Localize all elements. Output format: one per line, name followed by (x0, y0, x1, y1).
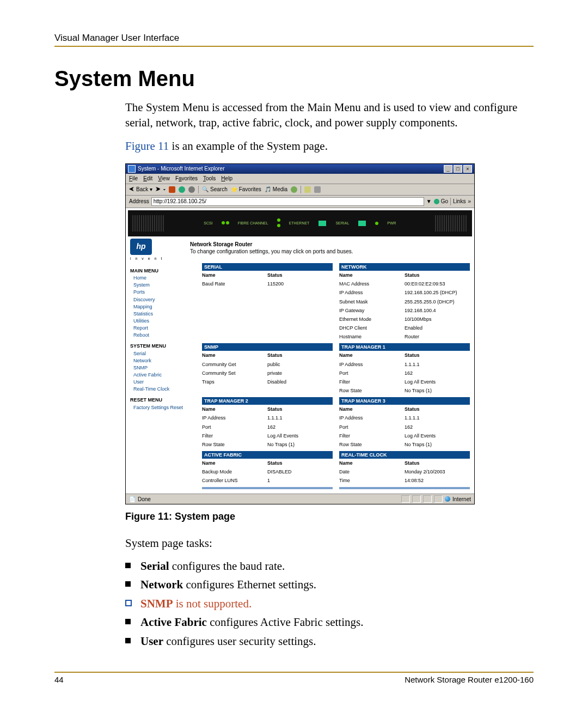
task-user: User configures user security settings. (125, 634, 534, 649)
intro-paragraph: The System Menu is accessed from the Mai… (125, 100, 534, 131)
kv-value: 1.1.1.1 (405, 361, 470, 368)
kv-value: Disabled (267, 379, 333, 385)
ethernet-port-icon[interactable] (318, 221, 326, 226)
ie-menubar: FFileile Edit View Favorites Tools Help (126, 174, 474, 184)
nav-link-report[interactable]: Report (133, 325, 195, 331)
menu-help[interactable]: Help (221, 175, 232, 182)
minimize-button[interactable]: _ (444, 165, 452, 173)
nav-main-items: HomeSystemPortsDiscoveryMappingStatistic… (130, 275, 195, 338)
task-serial: Serial configures the baud rate. (125, 558, 534, 574)
kv-value: 162 (405, 424, 470, 430)
kv-name: Filter (202, 433, 267, 439)
kv-value: No Traps (1) (405, 387, 470, 394)
chassis-scsi-label: SCSI (204, 221, 212, 226)
kv-value: 1.1.1.1 (267, 415, 333, 421)
menu-favorites[interactable]: Favorites (175, 175, 198, 182)
hp-logo: hp (130, 239, 152, 255)
kv-value: 115200 (267, 281, 333, 287)
panel-trap1: TRAP MANAGER 1NameStatusIP Address1.1.1.… (339, 343, 470, 395)
nav-link-serial[interactable]: Serial (133, 350, 195, 357)
stop-icon[interactable] (169, 186, 175, 193)
figure-link[interactable]: Figure 11 (125, 139, 169, 153)
status-zone: Internet (452, 496, 471, 503)
left-nav: MAIN MENU HomeSystemPortsDiscoveryMappin… (130, 263, 195, 490)
device-header: Network Storage Router (190, 241, 353, 248)
serial-port-icon[interactable] (358, 221, 366, 226)
menu-tools[interactable]: Tools (203, 175, 216, 182)
favorites-button[interactable]: ⭐ Favorites (231, 186, 261, 193)
address-input[interactable] (151, 197, 424, 206)
kv-name: Date (339, 468, 405, 475)
nav-link-snmp[interactable]: SNMP (133, 364, 195, 371)
search-button[interactable]: 🔍 Search (202, 186, 228, 193)
home-icon[interactable] (188, 186, 195, 193)
kv-name: IP Gateway (339, 307, 405, 314)
nav-link-reboot[interactable]: Reboot (133, 332, 195, 338)
kv-name: IP Address (339, 361, 405, 368)
window-title: System - Microsoft Internet Explorer (138, 165, 225, 173)
ie-content: SCSI FIBRE CHANNEL ETHERNET SERIAL PWR (126, 210, 474, 494)
kv-value: Log All Events (405, 433, 470, 439)
kv-name: Row State (339, 387, 405, 394)
kv-value: 10/100Mbps (405, 316, 470, 322)
menu-file[interactable]: FFileile (129, 175, 138, 182)
kv-name: Time (339, 477, 405, 484)
kv-name: MAC Address (339, 281, 405, 287)
page-title: System Menu (54, 66, 534, 91)
nav-system-heading: SYSTEM MENU (130, 343, 195, 349)
links-chevron[interactable]: » (468, 198, 471, 205)
menu-view[interactable]: View (158, 175, 170, 182)
kv-value: 255.255.255.0 (DHCP) (405, 299, 470, 305)
back-button[interactable]: ⮜ Back ▾ (129, 186, 152, 193)
links-label[interactable]: Links (453, 198, 465, 205)
nav-link-mapping[interactable]: Mapping (133, 303, 195, 310)
mail-icon[interactable] (304, 186, 311, 193)
figure-ref-sentence: Figure 11 is an example of the System pa… (125, 138, 534, 154)
nav-link-system[interactable]: System (133, 282, 195, 288)
kv-value: Log All Events (267, 433, 333, 439)
media-button[interactable]: 🎵 Media (265, 186, 287, 193)
address-dropdown[interactable]: ▼ (426, 198, 432, 205)
panel-title: TRAP MANAGER 3 (339, 397, 470, 405)
kv-name: Backup Mode (202, 468, 267, 475)
nav-link-utilities[interactable]: Utilities (133, 318, 195, 324)
kv-name: Row State (339, 441, 405, 448)
panel-title: REAL-TIME CLOCK (339, 451, 470, 459)
nav-link-ports[interactable]: Ports (133, 289, 195, 295)
menu-edit[interactable]: Edit (143, 175, 152, 182)
panel-network: NETWORKNameStatusMAC Address00:E0:02:E2:… (339, 263, 470, 341)
close-button[interactable]: × (463, 165, 472, 173)
nav-link-statistics[interactable]: Statistics (133, 311, 195, 317)
tasks-intro: System page tasks: (125, 535, 534, 551)
nav-link-discovery[interactable]: Discovery (133, 296, 195, 303)
nav-link-active-fabric[interactable]: Active Fabric (133, 372, 195, 378)
kv-name: Community Set (202, 370, 267, 376)
device-chassis[interactable]: SCSI FIBRE CHANNEL ETHERNET SERIAL PWR (128, 210, 472, 236)
nav-link-factory-settings-reset[interactable]: Factory Settings Reset (133, 404, 195, 411)
task-network: Network configures Ethernet settings. (125, 577, 534, 592)
kv-value: No Traps (1) (405, 441, 470, 448)
kv-name: Port (339, 370, 405, 376)
forward-button[interactable]: ⮞ ▾ (156, 186, 166, 193)
maximize-button[interactable]: □ (454, 165, 462, 173)
kv-value: 1 (267, 477, 333, 484)
nav-link-user[interactable]: User (133, 379, 195, 385)
chassis-serial-label: SERIAL (335, 221, 349, 226)
panel-rtc: REAL-TIME CLOCKNameStatusDateMonday 2/10… (339, 451, 470, 485)
power-led-icon (375, 222, 378, 225)
print-icon[interactable] (314, 186, 321, 193)
nav-main-heading: MAIN MENU (130, 267, 195, 274)
nav-reset-heading: RESET MENU (130, 397, 195, 403)
refresh-icon[interactable] (179, 186, 185, 193)
kv-name: Filter (339, 433, 405, 439)
nav-link-real-time-clock[interactable]: Real-Time Clock (133, 386, 195, 392)
history-icon[interactable] (291, 186, 297, 193)
go-button[interactable]: Go (434, 198, 448, 205)
nav-link-home[interactable]: Home (133, 275, 195, 281)
page-number: 44 (54, 675, 64, 684)
panel-snmp: SNMPNameStatusCommunity GetpublicCommuni… (202, 343, 333, 395)
kv-name: Filter (339, 379, 405, 385)
vent-right (435, 215, 468, 232)
nav-system-items: SerialNetworkSNMPActive FabricUserReal-T… (130, 350, 195, 393)
nav-link-network[interactable]: Network (133, 357, 195, 364)
